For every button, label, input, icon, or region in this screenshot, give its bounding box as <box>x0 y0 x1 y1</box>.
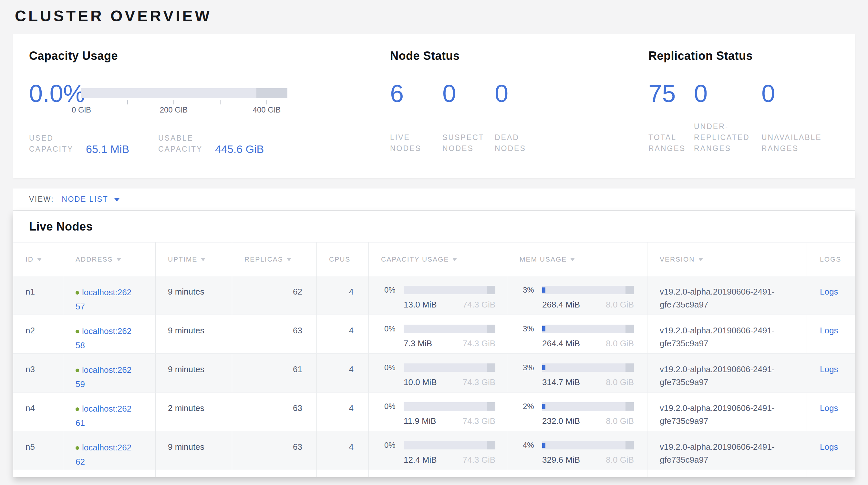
mem-used-value: 329.6 MiB <box>542 453 580 466</box>
node-live-dot <box>75 330 79 333</box>
logs-link[interactable]: Logs <box>820 442 838 452</box>
mem-used-fill <box>542 326 546 332</box>
capacity-usage-cell: 0% 11.9 MiB 74.3 GiB <box>368 393 507 431</box>
cpus-cell: 4 <box>316 354 368 392</box>
mem-total-value: 8.0 GiB <box>606 337 634 350</box>
mem-percent-label: 4% <box>523 441 542 450</box>
node-id-cell: n5 <box>13 431 63 470</box>
address-link[interactable]: localhost:26257 <box>75 287 131 311</box>
replicas-cell: 63 <box>232 431 316 470</box>
node-id-cell: n1 <box>13 276 63 315</box>
replicas-cell: 62 <box>232 276 316 315</box>
version-cell: v19.2.0-alpha.20190606-2491-gfe735c9a97 <box>647 393 807 431</box>
capacity-used-value: 7.3 MiB <box>404 337 432 350</box>
logs-link[interactable]: Logs <box>820 403 838 413</box>
sort-desc-icon <box>287 258 291 261</box>
capacity-total-value: 74.3 GiB <box>463 415 495 427</box>
header-replicas[interactable]: REPLICAS <box>232 242 316 276</box>
header-version[interactable]: VERSION <box>647 242 807 276</box>
view-dropdown[interactable]: NODE LIST <box>62 195 120 204</box>
replication-status-section: Replication Status 75 TOTAL RANGES 0 UND… <box>648 49 855 178</box>
sort-desc-icon <box>201 258 206 261</box>
logs-link[interactable]: Logs <box>820 364 838 374</box>
node-address-cell: localhost:26259 <box>63 354 155 392</box>
capacity-axis-labels: 0 GiB 200 GiB 400 GiB <box>81 105 287 114</box>
mem-used-value: 314.7 MiB <box>542 376 580 389</box>
replication-status-heading: Replication Status <box>648 49 855 63</box>
mem-usage-cell: 3% 268.4 MiB 8.0 GiB <box>507 276 647 315</box>
sort-desc-icon <box>453 258 457 261</box>
uptime-cell: 9 minutes <box>155 431 232 470</box>
mem-usage-bar <box>542 325 634 333</box>
live-nodes-panel: Live Nodes ID ADDRESS UPTIME REPLICAS CP… <box>13 211 855 477</box>
node-id-cell: n3 <box>13 354 63 392</box>
mem-total-value: 8.0 GiB <box>606 453 634 466</box>
table-header-row: ID ADDRESS UPTIME REPLICAS CPUS CAPACITY… <box>13 242 855 276</box>
unavailable-ranges-stat: 0 UNAVAILABLE RANGES <box>762 83 855 154</box>
capacity-total-value: 74.3 GiB <box>463 298 495 311</box>
capacity-percent-label: 0% <box>384 286 404 294</box>
capacity-bar-chart: 0 GiB 200 GiB 400 GiB <box>81 88 287 114</box>
mem-usage-cell: 2% 232.0 MiB 8.0 GiB <box>507 393 647 431</box>
address-link[interactable]: localhost:26261 <box>75 404 131 428</box>
capacity-usage-cell: 0% 7.3 MiB 74.3 GiB <box>368 315 507 353</box>
mem-usage-bar <box>542 364 634 372</box>
capacity-usage-bar <box>404 286 495 294</box>
node-table-body: n1 localhost:26257 9 minutes 62 4 0% 13.… <box>13 276 855 470</box>
usable-capacity-stat: USABLE CAPACITY 445.6 GiB <box>158 133 264 154</box>
tick-label-200gib: 200 GiB <box>160 106 188 114</box>
mem-used-fill <box>542 365 546 370</box>
cpus-cell: 4 <box>316 276 368 315</box>
cpus-cell: 4 <box>316 315 368 353</box>
capacity-usage-heading: Capacity Usage <box>29 49 390 63</box>
capacity-bar-endcap <box>256 88 287 98</box>
node-address-cell: localhost:26261 <box>63 393 155 431</box>
logs-link[interactable]: Logs <box>820 325 838 335</box>
mem-percent-label: 2% <box>523 402 542 411</box>
used-capacity-value: 65.1 MiB <box>86 143 129 155</box>
version-cell: v19.2.0-alpha.20190606-2491-gfe735c9a97 <box>647 315 807 353</box>
page-title: CLUSTER OVERVIEW <box>15 7 868 25</box>
mem-percent-label: 3% <box>523 364 542 372</box>
address-link[interactable]: localhost:26262 <box>75 443 131 466</box>
header-capacity-usage[interactable]: CAPACITY USAGE <box>368 242 507 276</box>
capacity-percent-label: 0% <box>384 402 404 411</box>
view-selector-bar: VIEW: NODE LIST <box>13 189 855 211</box>
header-uptime[interactable]: UPTIME <box>155 242 232 276</box>
sort-desc-icon <box>699 258 703 261</box>
node-status-section: Node Status 6 LIVE NODES 0 SUSPECT NODES… <box>390 49 648 178</box>
tick-label-400gib: 400 GiB <box>253 106 281 114</box>
cpus-cell: 4 <box>316 431 368 470</box>
table-row: n3 localhost:26259 9 minutes 61 4 0% 10.… <box>13 354 855 393</box>
address-link[interactable]: localhost:26259 <box>75 365 131 389</box>
table-row: n5 localhost:26262 9 minutes 63 4 0% 12.… <box>13 431 855 470</box>
uptime-cell: 2 minutes <box>155 393 232 431</box>
header-address[interactable]: ADDRESS <box>63 242 155 276</box>
mem-used-value: 232.0 MiB <box>542 415 580 427</box>
node-live-dot <box>75 291 79 294</box>
mem-percent-label: 3% <box>523 325 542 333</box>
used-capacity-stat: USED CAPACITY 65.1 MiB <box>29 133 158 154</box>
table-row: n2 localhost:26258 9 minutes 63 4 0% 7.3… <box>13 315 855 354</box>
node-live-dot <box>75 446 79 450</box>
under-replicated-ranges-stat: 0 UNDER-REPLICATED RANGES <box>694 83 762 154</box>
table-row-partial <box>13 470 855 477</box>
view-label: VIEW: <box>29 195 54 204</box>
capacity-usage-bar <box>404 402 495 411</box>
logs-cell: Logs <box>807 431 854 470</box>
capacity-usage-cell: 0% 12.4 MiB 74.3 GiB <box>368 431 507 470</box>
mem-usage-cell: 3% 264.4 MiB 8.0 GiB <box>507 315 647 353</box>
version-cell: v19.2.0-alpha.20190606-2491-gfe735c9a97 <box>647 431 807 470</box>
logs-link[interactable]: Logs <box>820 287 838 296</box>
capacity-usage-cell: 0% 13.0 MiB 74.3 GiB <box>368 276 507 315</box>
header-mem-usage[interactable]: MEM USAGE <box>507 242 647 276</box>
mem-usage-cell: 3% 314.7 MiB 8.0 GiB <box>507 354 647 392</box>
capacity-usage-section: Capacity Usage 0.0% 0 GiB 200 GiB 400 Gi… <box>29 49 390 178</box>
capacity-used-value: 13.0 MiB <box>404 298 437 311</box>
address-link[interactable]: localhost:26258 <box>75 326 131 350</box>
cluster-overview-page: CLUSTER OVERVIEW Capacity Usage 0.0% 0 G… <box>0 7 868 485</box>
node-address-cell: localhost:26262 <box>63 431 155 470</box>
mem-total-value: 8.0 GiB <box>606 298 634 311</box>
node-status-heading: Node Status <box>390 49 648 63</box>
header-id[interactable]: ID <box>13 242 63 276</box>
